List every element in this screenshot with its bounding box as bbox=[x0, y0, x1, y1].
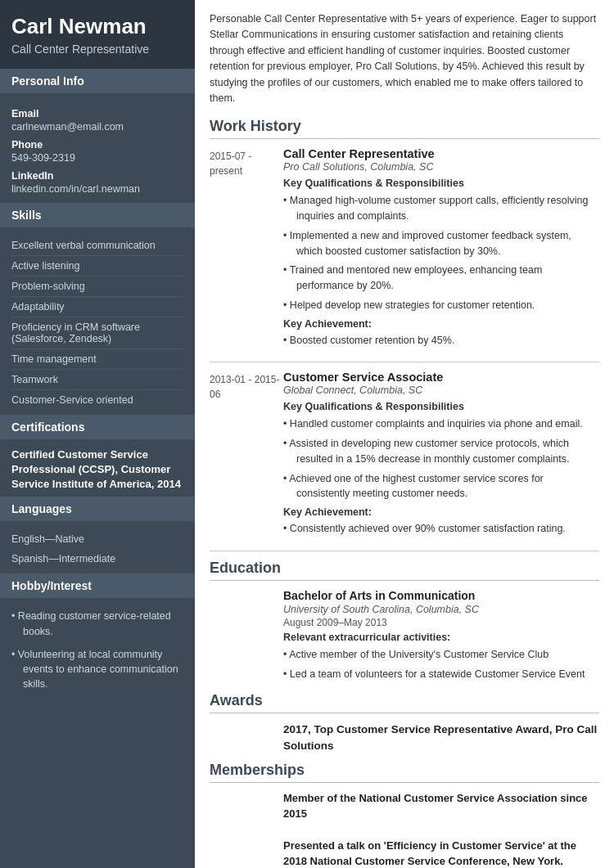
language-item: English—Native bbox=[11, 529, 183, 549]
work-quals-title: Key Qualifications & Responsibilities bbox=[283, 178, 599, 189]
sidebar-header: Carl Newman Call Center Representative bbox=[0, 0, 195, 69]
skill-item: Teamwork bbox=[11, 370, 183, 390]
personal-info-body: Email carlnewman@email.com Phone 549-309… bbox=[0, 93, 195, 203]
award-spacer bbox=[210, 722, 283, 753]
work-history-heading: Work History bbox=[210, 118, 599, 139]
hobby-item: Volunteering at local community events t… bbox=[11, 645, 183, 694]
work-achievement-bullet: Boosted customer retention by 45%. bbox=[283, 331, 599, 350]
work-bullet: Managed high-volume customer support cal… bbox=[283, 191, 599, 226]
skill-item: Proficiency in CRM software (Salesforce,… bbox=[11, 317, 183, 349]
candidate-title: Call Center Representative bbox=[11, 43, 183, 56]
linkedin-value: linkedin.com/in/carl.newman bbox=[11, 183, 183, 195]
membership-content: Presented a talk on 'Efficiency in Custo… bbox=[283, 839, 599, 868]
skill-item: Adaptability bbox=[11, 297, 183, 317]
work-bullet: Assisted in developing new customer serv… bbox=[283, 434, 599, 469]
work-quals-title: Key Qualifications & Responsibilities bbox=[283, 401, 599, 412]
award-text: 2017, Top Customer Service Representativ… bbox=[283, 722, 599, 753]
education-list: Bachelor of Arts in CommunicationUnivers… bbox=[210, 589, 599, 685]
hobby-body: Reading customer service-related books.V… bbox=[0, 598, 195, 702]
work-history-list: 2015-07 - presentCall Center Representat… bbox=[210, 147, 599, 551]
membership-content: Member of the National Customer Service … bbox=[283, 791, 599, 830]
hobby-heading: Hobby/Interest bbox=[0, 573, 195, 598]
memberships-list: Member of the National Customer Service … bbox=[210, 791, 599, 868]
linkedin-label: LinkedIn bbox=[11, 170, 183, 182]
skill-item: Excellent verbal communication bbox=[11, 236, 183, 256]
edu-entry: Bachelor of Arts in CommunicationUnivers… bbox=[210, 589, 599, 685]
membership-entry: Member of the National Customer Service … bbox=[210, 791, 599, 830]
edu-bullet: Led a team of volunteers for a statewide… bbox=[283, 665, 599, 684]
candidate-name: Carl Newman bbox=[11, 15, 183, 39]
work-achievement-bullet: Consistently achieved over 90% customer … bbox=[283, 519, 599, 538]
work-content: Call Center RepresentativePro Call Solut… bbox=[283, 147, 599, 350]
education-heading: Education bbox=[210, 560, 599, 581]
language-item: Spanish—Intermediate bbox=[11, 549, 183, 569]
certifications-body: Certified Customer Service Professional … bbox=[0, 439, 195, 497]
award-entry: 2017, Top Customer Service Representativ… bbox=[210, 722, 599, 753]
skills-heading: Skills bbox=[0, 203, 195, 227]
work-company: Pro Call Solutions, Columbia, SC bbox=[283, 161, 599, 173]
edu-dates: August 2009–May 2013 bbox=[283, 617, 599, 628]
phone-value: 549-309-2319 bbox=[11, 152, 183, 164]
languages-heading: Languages bbox=[0, 497, 195, 521]
email-label: Email bbox=[11, 108, 183, 119]
personal-info-heading: Personal Info bbox=[0, 69, 195, 93]
skill-item: Customer-Service oriented bbox=[11, 390, 183, 410]
work-bullet: Handled customer complaints and inquirie… bbox=[283, 415, 599, 434]
hobby-item: Reading customer service-related books. bbox=[11, 606, 183, 641]
awards-list: 2017, Top Customer Service Representativ… bbox=[210, 722, 599, 753]
skills-body: Excellent verbal communicationActive lis… bbox=[0, 227, 195, 415]
skill-item: Active listening bbox=[11, 256, 183, 277]
work-achieve-title: Key Achievement: bbox=[283, 506, 599, 518]
summary: Personable Call Center Representative wi… bbox=[210, 11, 599, 106]
sidebar: Carl Newman Call Center Representative P… bbox=[0, 0, 195, 868]
work-bullet: Trained and mentored new employees, enha… bbox=[283, 261, 599, 295]
membership-entry: Presented a talk on 'Efficiency in Custo… bbox=[210, 839, 599, 868]
awards-heading: Awards bbox=[210, 692, 599, 713]
main-content: Personable Call Center Representative wi… bbox=[195, 0, 614, 868]
memberships-heading: Memberships bbox=[210, 762, 599, 783]
work-company: Global Connect, Columbia, SC bbox=[283, 385, 599, 396]
edu-content: Bachelor of Arts in CommunicationUnivers… bbox=[283, 589, 599, 685]
edu-bullet: Active member of the University's Custom… bbox=[283, 645, 599, 664]
membership-text: Member of the National Customer Service … bbox=[283, 791, 599, 822]
skill-item: Problem-solving bbox=[11, 277, 183, 297]
work-achieve-title: Key Achievement: bbox=[283, 318, 599, 330]
work-dates: 2015-07 - present bbox=[210, 147, 283, 350]
work-job-title: Call Center Representative bbox=[283, 147, 599, 160]
skill-item: Time management bbox=[11, 349, 183, 370]
certifications-heading: Certifications bbox=[0, 415, 195, 439]
work-bullet: Helped develop new strategies for custom… bbox=[283, 296, 599, 315]
email-value: carlnewman@email.com bbox=[11, 121, 183, 133]
cert-text: Certified Customer Service Professional … bbox=[11, 447, 183, 492]
work-job-title: Customer Service Associate bbox=[283, 371, 599, 384]
work-bullet: Achieved one of the highest customer ser… bbox=[283, 470, 599, 504]
work-dates: 2013-01 - 2015-06 bbox=[210, 371, 283, 539]
award-content: 2017, Top Customer Service Representativ… bbox=[283, 722, 599, 753]
languages-body: English—NativeSpanish—Intermediate bbox=[0, 521, 195, 573]
membership-spacer bbox=[210, 839, 283, 868]
work-entry: 2013-01 - 2015-06Customer Service Associ… bbox=[210, 371, 599, 539]
edu-extra-title: Relevant extracurricular activities: bbox=[283, 632, 599, 643]
work-bullet: Implemented a new and improved customer … bbox=[283, 227, 599, 261]
membership-spacer bbox=[210, 791, 283, 830]
edu-spacer bbox=[210, 589, 283, 685]
phone-label: Phone bbox=[11, 139, 183, 151]
work-entry: 2015-07 - presentCall Center Representat… bbox=[210, 147, 599, 350]
edu-school: University of South Carolina, Columbia, … bbox=[283, 604, 599, 615]
edu-degree: Bachelor of Arts in Communication bbox=[283, 589, 599, 602]
work-content: Customer Service AssociateGlobal Connect… bbox=[283, 371, 599, 539]
membership-text: Presented a talk on 'Efficiency in Custo… bbox=[283, 839, 599, 868]
